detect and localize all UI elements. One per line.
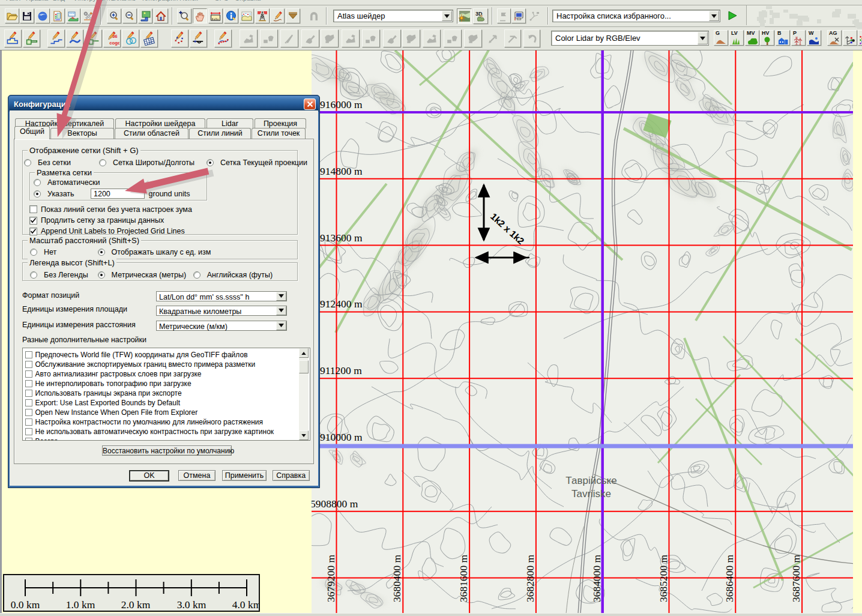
svg-text:3681600 m: 3681600 m	[457, 554, 469, 602]
svg-text:913600 m: 913600 m	[320, 232, 363, 244]
svg-text:910000 m: 910000 m	[320, 431, 363, 443]
svg-text:916000 m: 916000 m	[320, 98, 363, 110]
svg-text:Tavriiske: Tavriiske	[571, 488, 611, 500]
svg-text:3679200 m: 3679200 m	[325, 554, 337, 602]
svg-text:3684000 m: 3684000 m	[591, 554, 603, 602]
svg-text:3.0 km: 3.0 km	[177, 599, 206, 611]
svg-text:3685200 m: 3685200 m	[657, 554, 669, 602]
svg-text:3687600 m: 3687600 m	[790, 554, 802, 602]
svg-text:cogo: cogo	[109, 40, 119, 46]
svg-text:3680400 m: 3680400 m	[391, 554, 403, 602]
svg-text:5908800 m: 5908800 m	[312, 498, 358, 510]
svg-text:1.0 km: 1.0 km	[66, 599, 95, 611]
svg-text:36: 36	[112, 34, 118, 39]
svg-text:Таврійське: Таврійське	[565, 475, 616, 486]
svg-text:i: i	[514, 16, 516, 22]
svg-text:3682800 m: 3682800 m	[524, 554, 536, 602]
svg-text:0.0 km: 0.0 km	[11, 599, 40, 611]
svg-text:911200 m: 911200 m	[320, 364, 362, 376]
svg-text:4.0 km: 4.0 km	[232, 599, 259, 611]
svg-text:914800 m: 914800 m	[320, 165, 363, 177]
svg-text:2.0 km: 2.0 km	[121, 599, 151, 611]
svg-text:3686400 m: 3686400 m	[723, 554, 735, 602]
svg-text:912400 m: 912400 m	[320, 298, 363, 310]
